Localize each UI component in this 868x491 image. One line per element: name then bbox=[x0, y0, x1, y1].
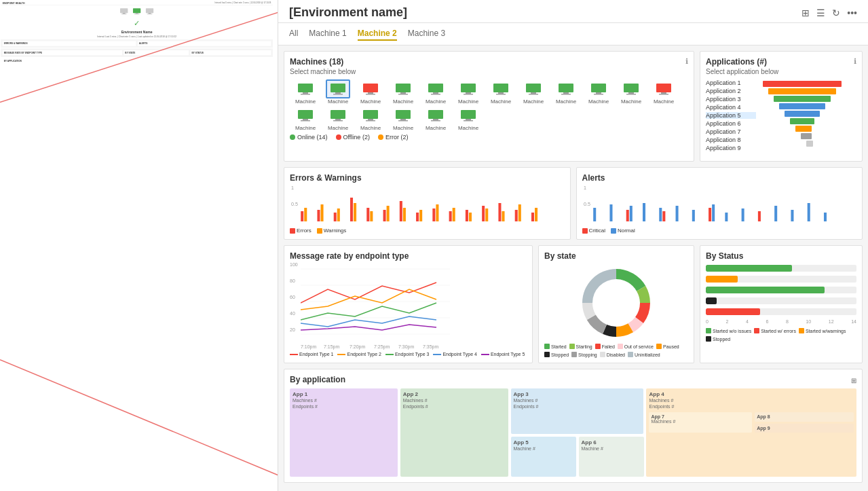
stopped-leg: Stopped bbox=[544, 352, 569, 357]
svg-rect-35 bbox=[559, 84, 573, 92]
svg-rect-41 bbox=[624, 84, 639, 92]
ep4-legend: Endpoint Type 4 bbox=[433, 352, 476, 357]
machine-item-18[interactable]: Machine bbox=[453, 106, 484, 131]
svg-rect-39 bbox=[596, 92, 601, 94]
expand-by-app-icon[interactable]: ⊞ bbox=[851, 377, 856, 384]
app2-cell[interactable]: App 2 Machines #Endpoints # bbox=[400, 388, 508, 477]
app9-cell[interactable]: App 9 bbox=[755, 424, 854, 433]
machine-item-15[interactable]: Machine bbox=[355, 106, 386, 131]
app-item-9[interactable]: Application 9 bbox=[706, 145, 756, 151]
disabled-leg: Disabled bbox=[600, 352, 625, 357]
svg-rect-14 bbox=[331, 84, 345, 92]
app-item-4[interactable]: Application 4 bbox=[706, 104, 756, 111]
machine-item-6[interactable]: Machine bbox=[453, 79, 484, 105]
machine-item-7[interactable]: Machine bbox=[485, 79, 516, 105]
svg-rect-47 bbox=[298, 110, 313, 119]
svg-rect-7 bbox=[134, 14, 140, 14]
svg-rect-28 bbox=[464, 94, 473, 95]
svg-rect-17 bbox=[363, 84, 378, 92]
svg-rect-120 bbox=[741, 208, 744, 221]
svg-rect-4 bbox=[121, 14, 127, 14]
app-item-1[interactable]: Application 1 bbox=[706, 79, 756, 86]
machine-item-10[interactable]: Machine bbox=[583, 79, 614, 105]
tab-machine2[interactable]: Machine 2 bbox=[358, 27, 397, 41]
machine-item-8[interactable]: Machine bbox=[518, 79, 549, 105]
more-icon[interactable]: ••• bbox=[847, 7, 857, 18]
svg-rect-125 bbox=[823, 213, 826, 221]
app6-cell[interactable]: App 6 Machine # bbox=[579, 437, 644, 477]
svg-rect-77 bbox=[304, 208, 307, 221]
svg-rect-100 bbox=[498, 203, 501, 221]
svg-rect-81 bbox=[337, 208, 340, 221]
warnings-legend-item: Warnings bbox=[317, 228, 347, 234]
svg-rect-123 bbox=[791, 210, 793, 221]
normal-legend-item: Normal bbox=[611, 228, 635, 234]
app-item-3[interactable]: Application 3 bbox=[706, 96, 756, 103]
alerts-title: Alerts bbox=[582, 173, 857, 183]
svg-text:7:10pm: 7:10pm bbox=[301, 344, 317, 350]
svg-rect-97 bbox=[469, 213, 472, 221]
app4-cell[interactable]: App 4 Machines #Endpoints # App 7 Machin… bbox=[646, 388, 856, 477]
svg-rect-116 bbox=[692, 210, 694, 221]
svg-rect-92 bbox=[432, 208, 435, 221]
app1-cell[interactable]: App 1 Machines #Endpoints # bbox=[290, 388, 398, 477]
tab-all[interactable]: All bbox=[289, 27, 298, 41]
by-state-donut bbox=[544, 262, 688, 344]
by-state-legend: Started Starting Failed Out of service P… bbox=[544, 344, 688, 357]
machines-grid: Machine Machine Machine Machine bbox=[290, 79, 688, 131]
machine-item-5[interactable]: Machine bbox=[420, 79, 451, 105]
svg-rect-43 bbox=[626, 94, 636, 95]
machine-item-13[interactable]: Machine bbox=[290, 106, 321, 131]
svg-rect-85 bbox=[370, 211, 373, 221]
machine-item-11[interactable]: Machine bbox=[616, 79, 647, 105]
expand-icon[interactable]: ⊞ bbox=[801, 7, 810, 18]
machine-item-16[interactable]: Machine bbox=[388, 106, 419, 131]
svg-rect-33 bbox=[531, 92, 536, 94]
app7-cell[interactable]: App 7 Machines # bbox=[649, 412, 752, 433]
svg-rect-59 bbox=[428, 110, 443, 119]
machine-item-4[interactable]: Machine bbox=[388, 79, 419, 105]
app-item-5[interactable]: Application 5 bbox=[706, 112, 756, 119]
app-item-8[interactable]: Application 8 bbox=[706, 137, 756, 143]
svg-rect-30 bbox=[498, 92, 504, 94]
tab-machine1[interactable]: Machine 1 bbox=[309, 27, 346, 41]
normal-color bbox=[611, 228, 616, 234]
machine-item-12[interactable]: Machine bbox=[648, 79, 679, 105]
svg-text:7:25pm: 7:25pm bbox=[374, 344, 390, 350]
machine-item-2[interactable]: Machine bbox=[322, 79, 354, 105]
svg-rect-19 bbox=[366, 94, 375, 95]
app8-cell[interactable]: App 8 bbox=[755, 412, 854, 422]
svg-rect-68 bbox=[779, 103, 825, 109]
svg-rect-51 bbox=[335, 119, 341, 120]
svg-rect-69 bbox=[785, 111, 820, 117]
machine-item-1[interactable]: Machine bbox=[290, 79, 321, 105]
ep-health-title: ENDPOINT HEALTH bbox=[3, 2, 25, 5]
svg-rect-117 bbox=[709, 208, 711, 221]
app-item-2[interactable]: Application 2 bbox=[706, 88, 756, 94]
list-icon[interactable]: ☰ bbox=[816, 7, 825, 18]
svg-rect-12 bbox=[303, 92, 308, 94]
svg-rect-10 bbox=[147, 14, 153, 14]
refresh-icon[interactable]: ↻ bbox=[832, 7, 840, 18]
svg-rect-45 bbox=[661, 92, 666, 94]
errors-legend-item: Errors bbox=[290, 228, 312, 234]
msg-rate-legend: Endpoint Type 1 Endpoint Type 2 Endpoint… bbox=[290, 352, 527, 357]
uninit-leg: Uninitialized bbox=[628, 352, 660, 357]
machines-info-icon[interactable]: ℹ bbox=[685, 57, 688, 66]
apps-info-icon[interactable]: ℹ bbox=[854, 57, 856, 66]
svg-rect-111 bbox=[629, 206, 632, 221]
svg-rect-48 bbox=[303, 119, 308, 120]
applications-card: Applications (#) Select application belo… bbox=[700, 51, 863, 162]
app-item-7[interactable]: Application 7 bbox=[706, 128, 756, 135]
app5-cell[interactable]: App 5 Machine # bbox=[511, 437, 576, 477]
right-main-panel: [Environment name] ⊞ ☰ ↻ ••• All Machine… bbox=[278, 0, 868, 491]
app-item-6[interactable]: Application 6 bbox=[706, 120, 756, 127]
machine-item-14[interactable]: Machine bbox=[322, 106, 354, 131]
machine-item-17[interactable]: Machine bbox=[420, 106, 451, 131]
by-status-card: By Status bbox=[700, 245, 863, 363]
app3-cell[interactable]: App 3 Machines #Endpoints # bbox=[511, 388, 644, 434]
tab-machine3[interactable]: Machine 3 bbox=[408, 27, 445, 41]
svg-rect-5 bbox=[133, 8, 140, 13]
machine-item-3[interactable]: Machine bbox=[355, 79, 386, 105]
machine-item-9[interactable]: Machine bbox=[550, 79, 582, 105]
